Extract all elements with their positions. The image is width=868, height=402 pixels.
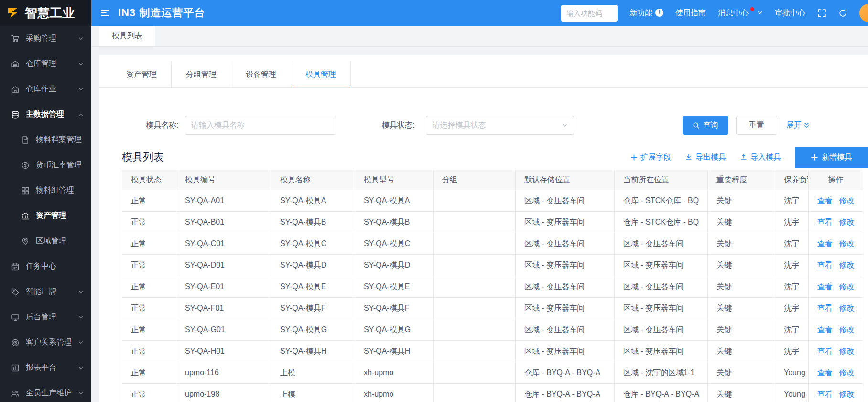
sidebar-item-warehouse[interactable]: 仓库管理 <box>0 51 91 76</box>
expand-link[interactable]: 展开 <box>786 120 810 130</box>
sidebar-item-task-center[interactable]: 任务中心 <box>0 254 91 279</box>
table-cell: 正常 <box>122 298 176 319</box>
view-link[interactable]: 查看 <box>817 239 833 248</box>
search-button[interactable]: 查询 <box>683 116 728 135</box>
sidebar-item-warehouse-ops[interactable]: 仓库作业 <box>0 76 91 102</box>
table-cell: 正常 <box>122 190 176 212</box>
nav-messages[interactable]: 消息中心 <box>718 8 763 18</box>
reset-button[interactable]: 重置 <box>736 116 777 135</box>
view-link[interactable]: 查看 <box>817 196 833 205</box>
function-code-input[interactable] <box>561 5 618 22</box>
table-cell <box>434 255 516 276</box>
add-mold-button[interactable]: 新增模具 <box>795 147 868 168</box>
view-link[interactable]: 查看 <box>817 390 833 398</box>
table-cell: 区域 - 变压器车间 <box>615 341 708 362</box>
sidebar-item-label: 资产管理 <box>36 211 84 221</box>
nav-guide[interactable]: 使用指南 <box>675 8 706 18</box>
sidebar-item-tpm[interactable]: 全员生产维护 <box>0 380 91 402</box>
tab-1[interactable]: 分组管理 <box>172 62 231 87</box>
sidebar-item-backend[interactable]: 后台管理 <box>0 304 91 330</box>
plus-icon <box>811 154 818 161</box>
sidebar-item-master-data[interactable]: 主数据管理 <box>0 102 91 127</box>
sidebar-item-purchase[interactable]: 采购管理 <box>0 26 91 51</box>
table-cell: 区域 - 变压器车间 <box>615 319 708 341</box>
nav-new-features[interactable]: 新功能 ! <box>629 8 663 18</box>
view-link[interactable]: 查看 <box>817 347 833 355</box>
column-header-4: 分组 <box>434 170 516 190</box>
table-cell: 区域 - 变压器车间 <box>516 233 615 255</box>
mold-name-input[interactable] <box>185 116 336 135</box>
table-row: 正常SY-QA-G01SY-QA-模具GSY-QA-模具G区域 - 变压器车间区… <box>122 319 863 341</box>
tab-2[interactable]: 设备管理 <box>231 62 291 87</box>
edit-link[interactable]: 修改 <box>839 347 855 355</box>
edit-link[interactable]: 修改 <box>839 261 855 269</box>
table-cell: 关键 <box>708 212 775 233</box>
table-cell: SY-QA-模具H <box>271 341 355 362</box>
edit-link[interactable]: 修改 <box>839 218 855 226</box>
tab-0[interactable]: 资产管理 <box>112 62 172 87</box>
menu-toggle-icon[interactable] <box>100 8 110 18</box>
edit-link[interactable]: 修改 <box>839 239 855 248</box>
main-area: 模具列表 资产管理分组管理设备管理模具管理 模具名称: 模具状态: 请选择模具状… <box>91 26 868 402</box>
edit-link[interactable]: 修改 <box>839 196 855 205</box>
view-link[interactable]: 查看 <box>817 326 833 334</box>
table-cell: 区域 - 变压器车间 <box>615 233 708 255</box>
table-cell: 关键 <box>708 362 775 384</box>
table-cell: 区域 - 变压器车间 <box>516 212 615 233</box>
table-cell: 区域 - 变压器车间 <box>615 298 708 319</box>
table-cell: 正常 <box>122 255 176 276</box>
sidebar-item-label: 任务中心 <box>26 261 84 272</box>
edit-link[interactable]: 修改 <box>839 304 855 312</box>
view-link[interactable]: 查看 <box>817 261 833 269</box>
table-row: 正常SY-QA-H01SY-QA-模具HSY-QA-模具H区域 - 变压器车间区… <box>122 341 863 362</box>
sidebar-item-report[interactable]: 报表平台 <box>0 355 91 380</box>
nav-approval[interactable]: 审批中心 <box>775 8 805 18</box>
edit-link[interactable]: 修改 <box>839 282 855 291</box>
chevron-down-icon <box>757 10 763 16</box>
view-link[interactable]: 查看 <box>817 304 833 312</box>
sidebar-subitem-region[interactable]: 区域管理 <box>0 228 91 254</box>
logo[interactable]: 智慧工业 <box>0 0 91 26</box>
avatar[interactable] <box>859 4 868 22</box>
asset-icon <box>21 212 31 220</box>
view-link[interactable]: 查看 <box>817 369 833 377</box>
sidebar-subitem-material-group[interactable]: 物料组管理 <box>0 178 91 203</box>
column-header-8: 保养负责人 <box>775 170 809 190</box>
cart-icon <box>11 34 21 43</box>
chevron-down-icon <box>78 36 84 42</box>
row-actions: 查看修改 <box>809 190 863 212</box>
edit-link[interactable]: 修改 <box>839 326 855 334</box>
sidebar-subitem-material-archive[interactable]: 物料档案管理 <box>0 127 91 152</box>
tabs-row: 资产管理分组管理设备管理模具管理 <box>99 55 868 88</box>
table-cell: SY-QA-模具D <box>271 255 355 276</box>
fullscreen-icon[interactable] <box>817 9 826 18</box>
table-cell: 关键 <box>708 298 775 319</box>
view-link[interactable]: 查看 <box>817 282 833 291</box>
mold-status-select[interactable]: 请选择模具状态 <box>426 116 574 135</box>
table-cell: SY-QA-G01 <box>176 319 271 341</box>
table-row: 正常upmo-198上模xh-upmo仓库 - BYQ-A - BYQ-A仓库 … <box>122 384 863 402</box>
tab-3[interactable]: 模具管理 <box>291 62 351 87</box>
edit-link[interactable]: 修改 <box>839 369 855 377</box>
sidebar-subitem-currency-rate[interactable]: 货币汇率管理 <box>0 152 91 178</box>
export-molds-link[interactable]: 导出模具 <box>685 152 726 163</box>
sidebar-item-crm[interactable]: 客户关系管理 <box>0 330 91 355</box>
logo-icon <box>6 6 21 20</box>
table-cell: SY-QA-E01 <box>176 276 271 298</box>
sidebar-subitem-asset[interactable]: 资产管理 <box>0 203 91 228</box>
tag-mold-list[interactable]: 模具列表 <box>99 26 155 46</box>
list-actions: 扩展字段 导出模具 导入模具 <box>631 147 868 168</box>
table-cell: 仓库 - BYQ-A - BYQ-A <box>615 384 708 402</box>
home-icon <box>11 85 21 94</box>
import-molds-link[interactable]: 导入模具 <box>740 152 781 163</box>
edit-link[interactable]: 修改 <box>839 390 855 398</box>
row-actions: 查看修改 <box>809 362 863 384</box>
table-cell: 仓库 - STCK仓库 - BQ <box>615 190 708 212</box>
table-cell: SY-QA-B01 <box>176 212 271 233</box>
sidebar-item-smart-badge[interactable]: 智能厂牌 <box>0 279 91 304</box>
refresh-icon[interactable] <box>838 9 847 18</box>
column-header-1: 模具编号 <box>176 170 271 190</box>
extend-fields-link[interactable]: 扩展字段 <box>631 152 671 163</box>
table-cell <box>434 298 516 319</box>
view-link[interactable]: 查看 <box>817 218 833 226</box>
